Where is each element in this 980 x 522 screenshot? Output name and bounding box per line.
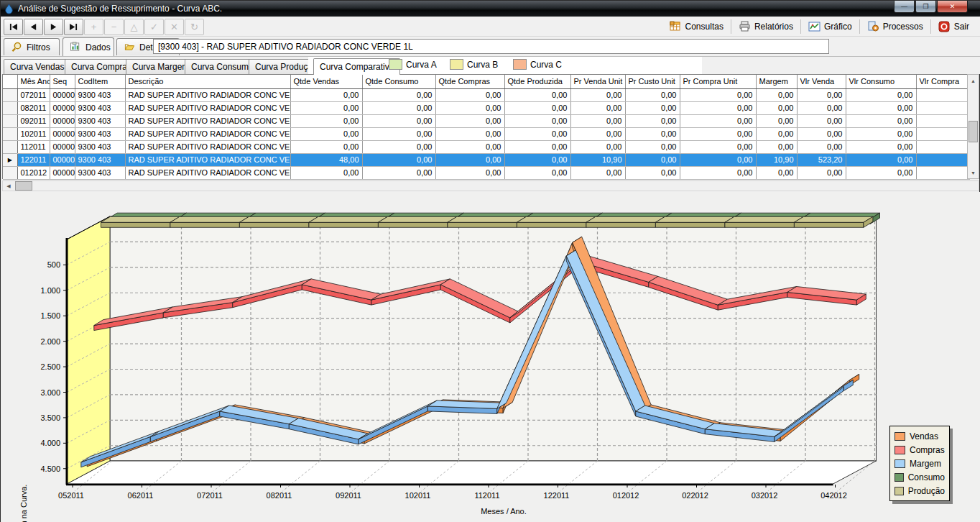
nav-cancel[interactable]: ✕: [165, 19, 184, 35]
grid-cell[interactable]: 0,00: [504, 101, 570, 114]
grid-cell[interactable]: [916, 140, 969, 153]
grid-cell[interactable]: 10,90: [756, 153, 797, 166]
grid-cell[interactable]: 0,00: [435, 140, 504, 153]
column-header[interactable]: Mês Ano: [17, 75, 50, 88]
grid-cell[interactable]: 0,00: [846, 166, 916, 179]
scroll-left-arrow-icon[interactable]: ◀: [3, 181, 14, 191]
grid-cell[interactable]: 0,00: [504, 166, 570, 179]
grid-cell[interactable]: [916, 101, 969, 114]
scroll-down-arrow-icon[interactable]: ▼: [969, 168, 978, 178]
data-grid[interactable]: Mês AnoSeqCodItemDescriçãoQtde VendasQtd…: [3, 75, 970, 180]
grid-cell[interactable]: 0,00: [797, 88, 846, 101]
minimize-button[interactable]: —: [894, 1, 915, 13]
grid-cell[interactable]: 0,00: [570, 166, 625, 179]
grid-cell[interactable]: 0,00: [290, 127, 362, 140]
grid-cell[interactable]: RAD SUPER ADITIVO RADIADOR CONC VERDE 1L: [125, 127, 290, 140]
grid-cell[interactable]: 0,00: [570, 127, 625, 140]
grid-cell[interactable]: [916, 114, 969, 127]
grid-cell[interactable]: 0,00: [290, 114, 362, 127]
nav-next[interactable]: [44, 19, 63, 35]
grid-cell[interactable]: 0,00: [846, 140, 916, 153]
table-row[interactable]: ▶1220110000019300 403RAD SUPER ADITIVO R…: [3, 153, 969, 166]
grafico-button[interactable]: Gráfico: [801, 19, 859, 34]
grid-cell[interactable]: 0,00: [625, 140, 680, 153]
grid-cell[interactable]: 0,00: [756, 114, 797, 127]
grid-cell[interactable]: 000001: [50, 101, 75, 114]
grid-cell[interactable]: 0,00: [846, 88, 916, 101]
grid-cell[interactable]: 10,90: [570, 153, 625, 166]
grid-cell[interactable]: 122011: [17, 153, 50, 166]
tab-filtros[interactable]: Filtros: [4, 38, 60, 55]
grid-cell[interactable]: 0,00: [756, 101, 797, 114]
subtab-curva-vendas[interactable]: Curva Vendas: [4, 59, 70, 74]
grid-cell[interactable]: 9300 403: [75, 114, 125, 127]
grid-cell[interactable]: RAD SUPER ADITIVO RADIADOR CONC VERDE 1L: [125, 101, 290, 114]
nav-last[interactable]: [64, 19, 83, 35]
column-header[interactable]: Pr Venda Unit: [570, 75, 625, 88]
grid-cell[interactable]: 0,00: [625, 101, 680, 114]
grid-cell[interactable]: 9300 403: [75, 166, 125, 179]
grid-cell[interactable]: 082011: [17, 101, 50, 114]
grid-cell[interactable]: [916, 166, 969, 179]
subtab-curva-comparativa[interactable]: Curva Comparativa: [313, 58, 400, 75]
grid-cell[interactable]: 0,00: [362, 127, 435, 140]
tab-dados[interactable]: Dados: [63, 37, 114, 56]
grid-cell[interactable]: RAD SUPER ADITIVO RADIADOR CONC VERDE 1L: [125, 114, 290, 127]
grid-cell[interactable]: 0,00: [680, 153, 756, 166]
table-row[interactable]: 0720110000019300 403RAD SUPER ADITIVO RA…: [3, 88, 969, 101]
grid-cell[interactable]: 0,00: [504, 88, 570, 101]
grid-cell[interactable]: 000001: [50, 127, 75, 140]
grid-cell[interactable]: 0,00: [570, 88, 625, 101]
grid-cell[interactable]: 0,00: [435, 88, 504, 101]
grid-horizontal-scrollbar[interactable]: ◀: [2, 180, 979, 191]
grid-cell[interactable]: 0,00: [680, 127, 756, 140]
column-header[interactable]: Pr Custo Unit: [625, 75, 680, 88]
table-row[interactable]: 0920110000019300 403RAD SUPER ADITIVO RA…: [3, 114, 969, 127]
table-row[interactable]: 0820110000019300 403RAD SUPER ADITIVO RA…: [3, 101, 969, 114]
grid-cell[interactable]: RAD SUPER ADITIVO RADIADOR CONC VERDE 1L: [125, 166, 290, 179]
grid-vertical-scrollbar[interactable]: ▲ ▼: [967, 74, 979, 179]
grid-cell[interactable]: 0,00: [362, 153, 435, 166]
grid-cell[interactable]: 0,00: [625, 114, 680, 127]
nav-first[interactable]: [4, 19, 23, 35]
nav-refresh[interactable]: ↻: [185, 19, 204, 35]
grid-cell[interactable]: 0,00: [290, 101, 362, 114]
grid-cell[interactable]: 0,00: [362, 166, 435, 179]
grid-cell[interactable]: 0,00: [362, 140, 435, 153]
grid-cell[interactable]: 0,00: [797, 127, 846, 140]
grid-cell[interactable]: 012012: [17, 166, 50, 179]
grid-cell[interactable]: 48,00: [290, 153, 362, 166]
sair-button[interactable]: Sair: [931, 19, 976, 34]
grid-cell[interactable]: 0,00: [570, 140, 625, 153]
column-header[interactable]: Qtde Consumo: [362, 75, 435, 88]
grid-cell[interactable]: [916, 88, 969, 101]
grid-cell[interactable]: 0,00: [756, 88, 797, 101]
grid-cell[interactable]: RAD SUPER ADITIVO RADIADOR CONC VERDE 1L: [125, 140, 290, 153]
grid-cell[interactable]: 9300 403: [75, 153, 125, 166]
grid-cell[interactable]: 0,00: [797, 114, 846, 127]
column-header[interactable]: Vlr Consumo: [846, 75, 916, 88]
grid-cell[interactable]: 0,00: [362, 114, 435, 127]
column-header[interactable]: Qtde Vendas: [290, 75, 362, 88]
grid-cell[interactable]: RAD SUPER ADITIVO RADIADOR CONC VERDE 1L: [125, 153, 290, 166]
grid-cell[interactable]: 092011: [17, 114, 50, 127]
grid-cell[interactable]: 0,00: [435, 101, 504, 114]
grid-cell[interactable]: 0,00: [625, 127, 680, 140]
column-header[interactable]: CodItem: [75, 75, 125, 88]
maximize-button[interactable]: ❐: [915, 1, 936, 13]
grid-cell[interactable]: 0,00: [625, 153, 680, 166]
grid-cell[interactable]: 0,00: [362, 101, 435, 114]
grid-cell[interactable]: 0,00: [435, 166, 504, 179]
grid-cell[interactable]: 0,00: [756, 166, 797, 179]
grid-cell[interactable]: 0,00: [362, 88, 435, 101]
nav-insert[interactable]: +: [84, 19, 103, 35]
grid-cell[interactable]: 072011: [17, 88, 50, 101]
nav-delete[interactable]: −: [104, 19, 124, 35]
grid-cell[interactable]: 0,00: [290, 140, 362, 153]
table-row[interactable]: 1120110000019300 403RAD SUPER ADITIVO RA…: [3, 140, 969, 153]
grid-cell[interactable]: 0,00: [504, 114, 570, 127]
scroll-up-arrow-icon[interactable]: ▲: [969, 75, 978, 86]
grid-cell[interactable]: 000001: [50, 153, 75, 166]
column-header[interactable]: Descrição: [125, 75, 290, 88]
grid-cell[interactable]: 0,00: [797, 101, 846, 114]
